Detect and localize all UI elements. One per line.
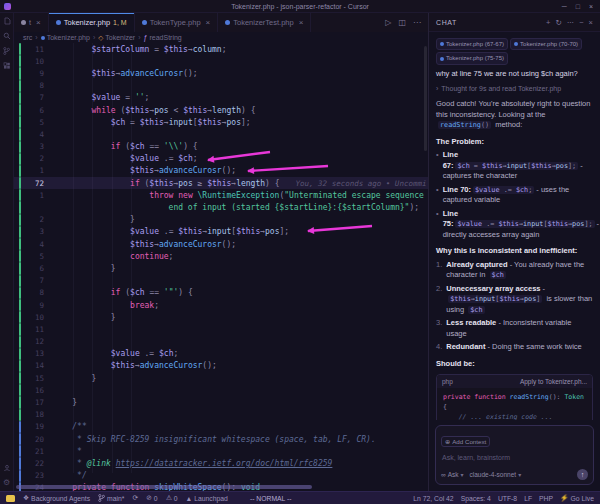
code-line[interactable]: 22 * @link https://datatracker.ietf.org/… <box>14 457 428 469</box>
breadcrumb-item-tokenizer[interactable]: ◇Tokenizer <box>98 34 135 42</box>
encoding[interactable]: UTF-8 <box>498 494 517 502</box>
code-line[interactable]: 13 $value .= $ch; <box>14 348 428 360</box>
breadcrumb-item-readstring[interactable]: ƒreadString <box>144 34 182 41</box>
code-line[interactable]: 3 if ($ch == '\\') { <box>14 141 428 153</box>
cursor-position[interactable]: Ln 72, Col 42 <box>413 494 453 502</box>
code-line[interactable]: 21 * <box>14 445 428 457</box>
code-line[interactable]: 11 <box>14 323 428 335</box>
code-line[interactable]: 15 } <box>14 372 428 384</box>
code-line[interactable]: 7 <box>14 275 428 287</box>
code-line[interactable]: 18 <box>14 409 428 421</box>
send-button[interactable]: ↑ <box>577 469 588 480</box>
run-icon[interactable]: ▷ <box>385 18 391 27</box>
problems-errors[interactable]: ⊘0 <box>146 494 157 502</box>
code-line[interactable]: 11 $startColumn = $this→column; <box>14 43 428 55</box>
source-control-icon[interactable] <box>3 47 11 55</box>
search-icon[interactable] <box>3 32 11 40</box>
history-icon[interactable]: ↻ <box>555 18 561 27</box>
breadcrumb-item-tokenizer-php[interactable]: Tokenizer.php <box>41 34 90 41</box>
code-editor[interactable]: 11 $startColumn = $this→column;109 $this… <box>14 43 428 491</box>
close-icon[interactable]: × <box>299 18 304 27</box>
code-line[interactable]: 5 continue; <box>14 250 428 262</box>
eol[interactable]: LF <box>524 494 532 502</box>
more-icon[interactable]: ⋯ <box>567 18 575 27</box>
code-line[interactable]: 7 $value = ''; <box>14 92 428 104</box>
language-mode[interactable]: PHP <box>539 494 553 502</box>
launchpad-button[interactable]: ▲Launchpad <box>186 495 228 502</box>
code-line[interactable]: 16 <box>14 384 428 396</box>
code-line[interactable]: 9 break; <box>14 299 428 311</box>
extensions-icon[interactable] <box>3 62 11 70</box>
code-line[interactable]: 4 <box>14 128 428 140</box>
thought-summary: Thought for 9s and read Tokenizer.php <box>441 84 561 94</box>
code-line[interactable]: 10 <box>14 55 428 67</box>
account-icon[interactable] <box>3 464 11 472</box>
sync-button[interactable]: ⟳ <box>132 494 138 502</box>
editor-tab-t[interactable]: t× <box>14 13 49 32</box>
code-line[interactable]: 2 } <box>14 214 428 226</box>
context-pill[interactable]: Tokenizer.php (75-75) <box>436 52 508 64</box>
breadcrumb-item-src[interactable]: src <box>23 34 32 41</box>
close-icon[interactable]: × <box>36 18 41 27</box>
code-line[interactable]: 6 } <box>14 262 428 274</box>
minimize-button[interactable]: ─ <box>562 3 567 10</box>
split-editor-icon[interactable]: ◫ <box>398 18 406 27</box>
line-number: 19 <box>21 422 44 431</box>
code-text: continue; <box>53 252 173 261</box>
code-line[interactable]: 12 <box>14 336 428 348</box>
close-icon[interactable]: × <box>206 18 211 27</box>
settings-gear-icon[interactable]: ⚙ <box>3 479 11 487</box>
code-line[interactable]: 17 } <box>14 396 428 408</box>
code-line[interactable]: 3 $value .= $this→input[$this→pos]; <box>14 226 428 238</box>
code-line[interactable]: 14 $this→advanceCurosr(); <box>14 360 428 372</box>
code-line[interactable]: 8 if ($ch == '"') { <box>14 287 428 299</box>
chat-input-box[interactable]: ⊕ Add Context Ask, learn, brainstorm ∞ A… <box>435 425 594 485</box>
thought-toggle[interactable]: › Thought for 9s and read Tokenizer.php <box>436 84 593 94</box>
problem-bullet: •Line 75:$value .= $this→input[$this→pos… <box>436 209 593 241</box>
code-line[interactable]: 72 if ($this→pos ≥ $this→length) {You, 3… <box>14 177 428 189</box>
model-selector[interactable]: claude-4-sonnet ▾ <box>470 471 522 478</box>
maximize-button[interactable]: □ <box>576 3 580 10</box>
files-icon[interactable] <box>3 17 11 25</box>
status-yellow-badge[interactable] <box>6 495 15 502</box>
code-line[interactable]: 1 throw new \RuntimeException("Untermina… <box>14 189 428 201</box>
more-actions-icon[interactable]: ⋯ <box>413 18 421 27</box>
mode-selector[interactable]: ∞ Ask ▾ <box>441 471 464 478</box>
problems-warnings[interactable]: ⚠0 <box>166 494 178 502</box>
close-button[interactable]: × <box>589 3 593 10</box>
code-text: $startColumn = $this→column; <box>53 45 226 54</box>
code-line[interactable]: 19 /** <box>14 421 428 433</box>
code-line[interactable]: end of input (started {$startLine}:{$sta… <box>14 201 428 213</box>
class-icon: ◇ <box>98 34 103 42</box>
code-line[interactable]: 6 while ($this→pos < $this→length) { <box>14 104 428 116</box>
add-context-button[interactable]: ⊕ Add Context <box>441 436 490 447</box>
close-icon[interactable]: × <box>589 18 593 27</box>
code-line[interactable]: 5 $ch = $this→input[$this→pos]; <box>14 116 428 128</box>
code-line[interactable]: 9 $this→advanceCurosr(); <box>14 67 428 79</box>
code-line[interactable]: 4 $this→advanceCurosr(); <box>14 238 428 250</box>
git-branch-button[interactable]: main* <box>98 494 124 502</box>
code-line[interactable]: 1 $this→advanceCurosr(); <box>14 165 428 177</box>
vertical-scrollbar[interactable] <box>424 46 427 151</box>
new-chat-icon[interactable]: + <box>546 18 550 27</box>
context-pill[interactable]: Tokenizer.php (70-70) <box>510 38 582 50</box>
editor-tab-tokenizer-php[interactable]: Tokenizer.php1, M <box>49 13 135 32</box>
line-number: 9 <box>21 69 44 78</box>
code-line[interactable]: 20 * Skip RFC-8259 insignificant whitesp… <box>14 433 428 445</box>
code-line[interactable]: 23 */ <box>14 470 428 482</box>
code-text: * @link https://datatracker.ietf.org/doc… <box>53 459 332 468</box>
go-live-button[interactable]: ⚡Go Live <box>560 494 594 502</box>
context-pill[interactable]: Tokenizer.php (67-67) <box>436 38 508 50</box>
horizontal-scrollbar[interactable] <box>16 485 312 489</box>
editor-tab-tokenizertest-php[interactable]: TokenizerTest.php× <box>218 13 311 32</box>
code-line[interactable]: 10 } <box>14 311 428 323</box>
code-line[interactable]: 2 $value .= $ch; <box>14 153 428 165</box>
apply-button[interactable]: Apply to Tokenizer.ph... <box>520 377 587 386</box>
indentation[interactable]: Spaces: 4 <box>461 494 491 502</box>
background-agents-button[interactable]: ❖Background Agents <box>23 494 90 502</box>
code-text: /** <box>53 422 87 431</box>
editor-tab-tokentype-php[interactable]: TokenType.php× <box>135 13 219 32</box>
code-line[interactable]: 8 <box>14 80 428 92</box>
minimize-icon[interactable]: − <box>579 18 583 27</box>
infinity-icon: ∞ <box>441 471 446 478</box>
